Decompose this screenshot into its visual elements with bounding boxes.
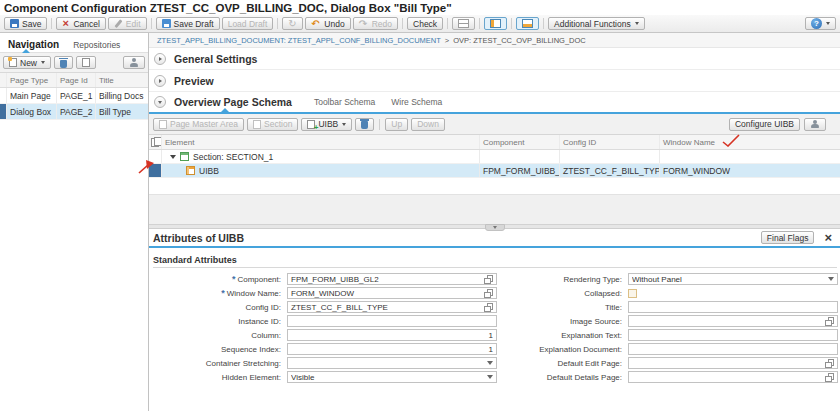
expand-toggle-icon[interactable]: [154, 75, 166, 87]
required-marker: *: [232, 275, 236, 283]
tree-expander-icon[interactable]: [170, 155, 176, 159]
field-label: Explanation Text:: [497, 331, 628, 340]
field-label-text: Default Details Page:: [547, 373, 622, 382]
final-flags-button[interactable]: Final Flags: [761, 231, 815, 244]
dropdown-icon[interactable]: [828, 277, 834, 281]
value-help-icon[interactable]: [826, 373, 834, 381]
save-draft-button[interactable]: Save Draft: [156, 17, 220, 30]
refresh-button: [282, 17, 303, 30]
check-button[interactable]: Check: [407, 17, 443, 30]
field-label: Sequence Index:: [149, 345, 287, 354]
toolbar-separator: [511, 18, 512, 29]
field-input[interactable]: Visible: [287, 371, 497, 383]
field-input[interactable]: ZTEST_CC_F_BILL_TYPE: [287, 301, 497, 313]
cancel-button[interactable]: Cancel: [56, 17, 105, 30]
configure-uibb-button[interactable]: Configure UIBB: [729, 118, 800, 131]
field-label-text: Collapsed:: [584, 289, 622, 298]
save-button[interactable]: Save: [4, 17, 47, 30]
field-input[interactable]: [287, 357, 497, 369]
delete-element-button[interactable]: [355, 118, 374, 131]
copy-button[interactable]: [76, 56, 96, 69]
collapsed-checkbox[interactable]: [628, 289, 637, 298]
nav-table-row[interactable]: Dialog BoxPAGE_2Bill Type: [0, 104, 148, 120]
field-label-text: Title:: [605, 303, 622, 312]
active-tab-marker: [221, 108, 229, 112]
content-filler: [149, 194, 840, 224]
column-header-config-id: Config ID: [560, 135, 660, 149]
trash-icon: [60, 60, 67, 68]
close-icon[interactable]: ×: [824, 231, 832, 244]
field-input[interactable]: [628, 329, 838, 341]
tab-wire-schema[interactable]: Wire Schema: [391, 97, 442, 107]
attributes-form: *Component:FPM_FORM_UIBB_GL2Rendering Ty…: [149, 272, 840, 384]
value-help-icon[interactable]: [485, 275, 493, 283]
schema-table-row[interactable]: UIBBFPM_FORM_UIBB_GL2ZTEST_CC_F_BILL_TYP…: [149, 164, 840, 178]
collapse-toggle-icon[interactable]: [154, 96, 166, 108]
additional-functions-button[interactable]: Additional Functions: [548, 17, 645, 30]
dropdown-icon[interactable]: [487, 375, 493, 379]
field-input[interactable]: [287, 315, 497, 327]
horizontal-splitter[interactable]: [149, 224, 840, 229]
assign-user-button[interactable]: [804, 118, 826, 131]
down-button: Down: [411, 118, 445, 131]
schema-table-body: Section: SECTION_1UIBBFPM_FORM_UIBB_GL2Z…: [149, 150, 840, 178]
add-uibb-button[interactable]: UIBB: [301, 118, 352, 131]
schema-toolbar: Page Master AreaSectionUIBBUpDown Config…: [149, 114, 840, 135]
field-input[interactable]: [628, 315, 838, 327]
field-value: ZTEST_CC_F_BILL_TYPE: [291, 303, 483, 312]
nav-table-header: Page TypePage IdTitle: [0, 73, 148, 88]
field-label-text: Default Edit Page:: [558, 359, 622, 368]
user-assignment-button[interactable]: [123, 56, 145, 69]
toolbar-separator: [277, 18, 278, 29]
add-section-button: Section: [247, 118, 298, 131]
field-label: Config ID:: [149, 303, 287, 312]
nav-table-row[interactable]: Main PagePAGE_1Billing Docs: [0, 88, 148, 104]
tab-toolbar-schema[interactable]: Toolbar Schema: [314, 97, 375, 107]
help-button[interactable]: [805, 17, 836, 30]
field-input[interactable]: [628, 301, 838, 313]
layout-bottom-button[interactable]: [516, 17, 539, 30]
nav-tab-strip: Navigation Repositories: [0, 33, 148, 53]
menu-caret-icon: [342, 123, 346, 126]
delete-button[interactable]: [54, 56, 73, 69]
section-title: General Settings: [174, 53, 257, 65]
field-input[interactable]: 1: [287, 329, 497, 341]
nav-cell: PAGE_2: [57, 104, 96, 119]
value-help-icon[interactable]: [826, 317, 834, 325]
redo-button: Redo: [353, 17, 398, 30]
field-input[interactable]: [628, 343, 838, 355]
field-label: Title:: [497, 303, 628, 312]
field-input[interactable]: FPM_FORM_UIBB_GL2: [287, 273, 497, 285]
field-input[interactable]: [628, 371, 838, 383]
tab-navigation[interactable]: Navigation: [8, 39, 59, 50]
field-input[interactable]: 1: [287, 343, 497, 355]
expand-toggle-icon[interactable]: [154, 53, 166, 65]
up-button: Up: [385, 118, 408, 131]
undo-button[interactable]: Undo: [305, 17, 350, 30]
new-button[interactable]: New: [3, 56, 51, 69]
layout-left-button[interactable]: [484, 17, 507, 30]
value-help-icon[interactable]: [826, 359, 834, 367]
value-help-icon[interactable]: [485, 289, 493, 297]
layout-bottom-icon: [522, 19, 533, 28]
schema-toolbar-left: Page Master AreaSectionUIBBUpDown: [153, 118, 445, 131]
page-new-icon: [9, 58, 17, 67]
tab-repositories[interactable]: Repositories: [73, 40, 120, 50]
value-help-icon[interactable]: [485, 303, 493, 311]
field-label: Instance ID:: [149, 317, 287, 326]
field-label-text: Explanation Document:: [539, 345, 622, 354]
edit-label: Edit: [126, 19, 141, 29]
field-label: *Component:: [149, 275, 287, 284]
breadcrumb-link[interactable]: ZTEST_APPL_BILLING_DOCUMENT: ZTEST_APPL_…: [157, 36, 441, 45]
attributes-panel: Attributes of UIBB Final Flags × Standar…: [149, 229, 840, 411]
schema-table-row[interactable]: Section: SECTION_1: [149, 150, 840, 164]
field-label-text: Column:: [251, 331, 281, 340]
field-input[interactable]: [628, 357, 838, 369]
splitter-handle-icon[interactable]: [485, 224, 505, 231]
section-overview-page-schema: Overview Page Schema Toolbar Schema Wire…: [149, 92, 840, 114]
person-plus-icon: [810, 120, 820, 129]
dropdown-icon[interactable]: [487, 361, 493, 365]
form-row: *Window Name:FORM_WINDOWCollapsed:: [149, 286, 840, 300]
standard-attributes-heading: Standard Attributes: [153, 255, 837, 268]
field-input[interactable]: FORM_WINDOW: [287, 287, 497, 299]
